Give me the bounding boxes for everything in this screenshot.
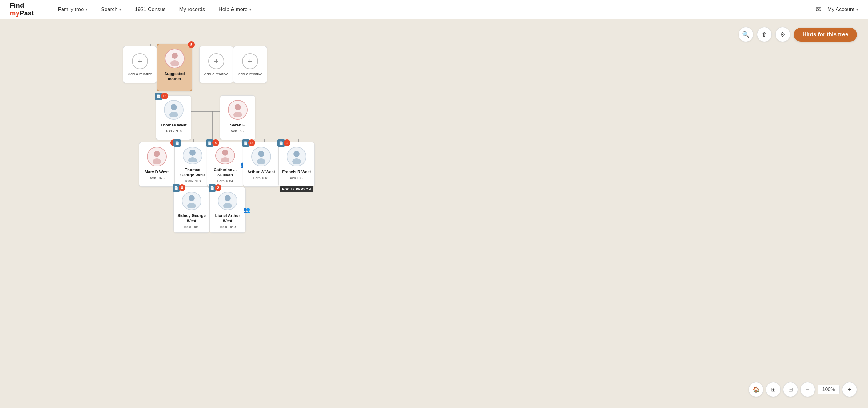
sarah-e-name: Sarah E [230,123,245,128]
add-circle-icon: + [208,53,224,69]
nav-census[interactable]: 1921 Census [129,4,171,15]
expand-button[interactable]: ⊟ [783,382,798,397]
suggested-mother-badge: 5 [188,41,195,48]
lionel-dates: 1909-1940 [220,225,236,229]
logo[interactable]: FindmyPast [10,2,34,17]
lionel-name: Lionel Arthur West [213,213,242,224]
thomas-west-dates: 1880-1918 [165,129,182,133]
svg-point-40 [224,195,231,201]
catherine-name: Catherine ... Sullivan [210,167,240,178]
zoom-out-button[interactable]: − [800,382,815,397]
mary-d-avatar [147,147,167,167]
svg-point-39 [187,203,196,208]
thomas-george-avatar [183,147,203,164]
account-arrow: ▾ [856,7,858,12]
svg-point-34 [258,151,264,157]
sarah-e-card[interactable]: Sarah E Born 1850 [220,95,255,140]
thomas-west-name: Thomas West [160,123,186,128]
lionel-couple-add-icon[interactable]: 👥 [242,206,251,214]
suggested-mother-card[interactable]: 5 Suggested mother [157,44,192,91]
svg-point-29 [153,158,161,164]
add-label: Add a relative [238,72,262,76]
mary-d-name: Mary D West [145,170,169,175]
sidney-avatar [182,192,202,210]
home-button[interactable]: 🏠 [749,382,764,397]
catherine-sullivan-card[interactable]: 📄 5 Catherine ... Sullivan Born 1884 👥 [207,142,243,187]
add-maternal-grandfather[interactable]: + Add a relative [233,46,267,83]
svg-point-32 [222,149,228,156]
add-circle-icon: + [242,53,258,69]
svg-point-36 [293,151,300,157]
logo-accent: my [10,9,20,17]
svg-point-38 [189,195,195,201]
svg-point-30 [189,149,196,156]
family-tree-arrow: ▾ [86,7,87,12]
lionel-badge: 2 [215,184,221,191]
add-paternal-grandmother[interactable]: + Add a relative [199,46,233,83]
collapse-button[interactable]: ⊞ [766,382,781,397]
zoom-level-display: 100% [817,385,840,395]
add-label: Add a relative [128,72,152,76]
nav-right: ✉ My Account ▾ [816,5,858,13]
sidney-dates: 1908-1991 [184,225,200,229]
francis-dates: Born 1885 [289,176,305,180]
thomas-west-card[interactable]: 📄 13 Thomas West 1880-1918 [156,95,191,140]
nav-family-tree[interactable]: Family tree ▾ [52,4,93,15]
navbar: FindmyPast Family tree ▾ Search ▾ 1921 C… [0,0,868,19]
account-button[interactable]: My Account ▾ [828,6,858,12]
arthur-dates: Born 1891 [253,176,269,180]
zoom-in-button[interactable]: + [842,382,857,397]
nav-records[interactable]: My records [174,4,210,15]
logo-text: FindmyPast [10,2,34,17]
thomas-west-badge: 13 [161,93,168,99]
svg-point-41 [223,203,232,208]
francis-avatar [287,147,306,167]
search-arrow: ▾ [119,7,121,12]
nav-items: Family tree ▾ Search ▾ 1921 Census My re… [52,4,816,15]
catherine-dates: Born 1884 [217,179,233,183]
mary-d-west-card[interactable]: 7 Mary D West Born 1876 [139,142,175,187]
focus-person-label: FOCUS PERSON [280,186,313,192]
arthur-w-west-card[interactable]: 📄 14 Arthur W West Born 1891 [243,142,279,187]
catherine-badge: 5 [212,139,219,146]
add-paternal-grandfather[interactable]: + Add a relative [123,46,157,83]
help-arrow: ▾ [249,7,251,12]
svg-point-26 [235,104,241,110]
sarah-e-dates: Born 1850 [230,129,245,133]
svg-point-37 [292,158,301,164]
arthur-badge: 14 [248,139,255,146]
svg-point-23 [170,60,179,65]
mary-d-dates: Born 1876 [149,176,164,180]
svg-point-27 [234,112,242,117]
svg-point-31 [188,157,197,163]
thomas-george-west-card[interactable]: 📄 Thomas George West 1880-1918 [175,142,211,187]
add-circle-icon: + [132,53,148,69]
arthur-avatar [251,147,271,167]
svg-point-28 [154,151,160,157]
lionel-arthur-west-card[interactable]: 📄 2 Lionel Arthur West 1909-1940 👥 [210,187,246,233]
francis-r-west-card[interactable]: 📄 1 Francis R West Born 1885 FOCUS PERSO… [278,142,315,187]
sidney-name: Sidney George West [177,213,207,224]
svg-point-25 [169,112,178,117]
nav-search[interactable]: Search ▾ [95,4,127,15]
catherine-avatar [215,147,235,164]
add-label: Add a relative [204,72,228,76]
mail-icon[interactable]: ✉ [816,5,821,13]
suggested-mother-avatar [165,49,185,68]
lionel-avatar [218,192,238,210]
zoom-controls: 🏠 ⊞ ⊟ − 100% + [749,382,857,397]
tree-canvas: 🔍 ⇧ ⚙ Hints for this tree [0,19,868,408]
sidney-george-west-card[interactable]: 📄 8 Sidney George West 1908-1991 [174,187,210,233]
arthur-name: Arthur W West [247,170,275,175]
suggested-mother-name: Suggested mother [160,71,189,82]
nav-help[interactable]: Help & more ▾ [213,4,257,15]
thomas-george-dates: 1880-1918 [185,179,201,183]
thomas-george-doc-badge: 📄 [174,139,181,147]
sarah-e-avatar [228,100,248,120]
thomas-george-name: Thomas George West [178,167,207,178]
sidney-badge: 8 [179,184,185,191]
svg-point-35 [257,158,266,164]
thomas-west-avatar [164,100,184,120]
francis-name: Francis R West [282,170,311,175]
svg-point-22 [172,53,178,59]
